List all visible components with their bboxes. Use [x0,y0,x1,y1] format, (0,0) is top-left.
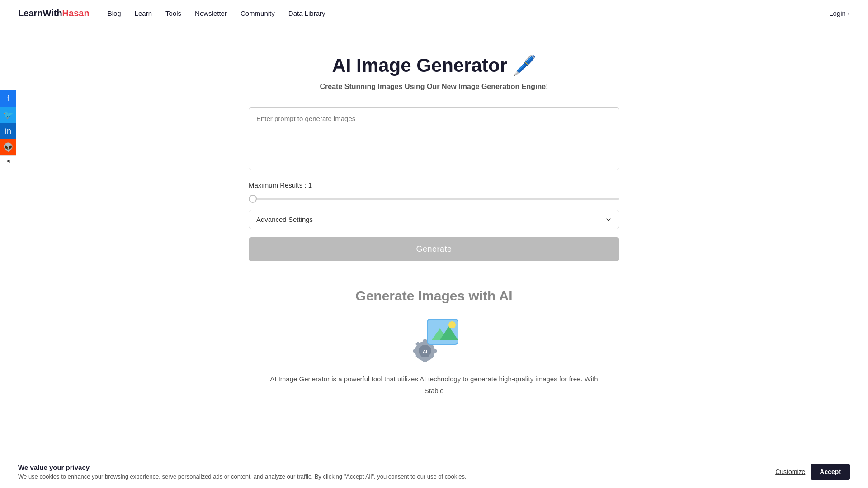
section-description: AI Image Generator is a powerful tool th… [262,373,606,396]
ai-image-icon: AI [407,317,461,362]
nav-links: Blog Learn Tools Newsletter Community Da… [108,9,829,18]
svg-rect-5 [432,349,437,353]
cookie-accept-button[interactable]: Accept [811,464,850,480]
nav-community[interactable]: Community [241,9,275,17]
nav-blog[interactable]: Blog [108,9,121,17]
max-results-slider[interactable] [249,198,619,200]
social-hide-button[interactable]: ◄ [0,155,16,166]
cookie-banner: We value your privacy We use cookies to … [0,455,868,488]
nav-tools[interactable]: Tools [165,9,181,17]
social-sidebar: f 🐦 in 👽 ◄ [0,90,16,166]
svg-rect-2 [423,339,427,344]
generate-images-section: Generate Images with AI [249,288,619,396]
nav-learn[interactable]: Learn [135,9,152,17]
reddit-share-button[interactable]: 👽 [0,139,16,155]
brand-logo[interactable]: LearnWithHasan [18,8,90,19]
cookie-description: We use cookies to enhance your browsing … [18,473,770,480]
cookie-text-block: We value your privacy We use cookies to … [18,464,770,480]
generate-section-title: Generate Images with AI [249,288,619,304]
brand-learnwith: LearnWith [18,8,62,18]
login-button[interactable]: Login › [829,9,850,17]
nav-newsletter[interactable]: Newsletter [195,9,227,17]
cookie-customize-button[interactable]: Customize [775,468,805,475]
facebook-share-button[interactable]: f [0,90,16,107]
advanced-settings-dropdown[interactable]: Advanced Settings [249,210,619,229]
cookie-buttons: Customize Accept [775,464,850,480]
max-results-label: Maximum Results : 1 [249,181,619,189]
svg-rect-4 [413,349,418,353]
page-title: AI Image Generator 🖊️ [249,54,619,76]
svg-point-15 [450,323,454,327]
page-subtitle: Create Stunning Images Using Our New Ima… [249,83,619,91]
brand-hasan: Hasan [62,8,90,18]
main-content: AI Image Generator 🖊️ Create Stunning Im… [240,27,628,414]
prompt-input[interactable] [249,107,619,170]
twitter-share-button[interactable]: 🐦 [0,107,16,123]
svg-rect-3 [423,358,427,362]
max-results-section: Maximum Results : 1 [249,181,619,202]
generate-button[interactable]: Generate [249,237,619,261]
navbar: LearnWithHasan Blog Learn Tools Newslett… [0,0,868,27]
svg-text:AI: AI [423,349,427,354]
linkedin-share-button[interactable]: in [0,123,16,139]
cookie-title: We value your privacy [18,464,770,471]
nav-data-library[interactable]: Data Library [288,9,326,17]
